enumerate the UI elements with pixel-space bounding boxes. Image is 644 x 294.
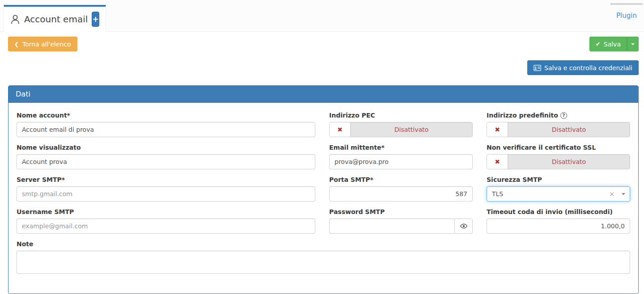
username-smtp-input[interactable] bbox=[17, 218, 315, 234]
server-smtp-label: Server SMTP* bbox=[17, 176, 315, 183]
sicurezza-smtp-select[interactable]: TLS × bbox=[487, 186, 630, 202]
save-button-label: Salva bbox=[604, 41, 621, 48]
ssl-verify-toggle[interactable]: ✖ Disattivato bbox=[487, 154, 630, 169]
nome-visualizzato-label: Nome visualizzato bbox=[17, 144, 315, 151]
show-password-button[interactable] bbox=[454, 218, 473, 234]
indirizzo-pec-label: Indirizzo PEC bbox=[329, 112, 473, 119]
password-smtp-input[interactable] bbox=[329, 218, 454, 234]
clear-selection-icon[interactable]: × bbox=[609, 190, 614, 197]
nome-account-input[interactable] bbox=[17, 122, 315, 137]
field-porta-smtp: Porta SMTP* bbox=[329, 176, 473, 202]
save-button[interactable]: ✔ Salva bbox=[589, 37, 627, 51]
add-account-button[interactable]: + bbox=[92, 12, 99, 27]
field-indirizzo-pec: Indirizzo PEC ✖ Disattivato bbox=[329, 112, 473, 137]
panel-header: Dati bbox=[8, 86, 638, 103]
porta-smtp-label: Porta SMTP* bbox=[329, 176, 473, 183]
dati-panel: Dati Nome account* Indirizzo PEC ✖ Disat… bbox=[8, 85, 639, 294]
server-smtp-input[interactable] bbox=[17, 186, 315, 202]
ssl-verify-label: Non verificare il certificato SSL bbox=[487, 144, 630, 151]
help-icon[interactable]: ? bbox=[560, 112, 567, 119]
back-to-list-button[interactable]: ❮ Torna all'elenco bbox=[8, 37, 77, 51]
plugin-link[interactable]: Plugin bbox=[616, 12, 637, 20]
field-ssl-verify: Non verificare il certificato SSL ✖ Disa… bbox=[487, 144, 630, 169]
indirizzo-predefinito-label: Indirizzo predefinito ? bbox=[487, 112, 630, 119]
caret-down-icon bbox=[631, 43, 635, 45]
sicurezza-smtp-value: TLS bbox=[492, 190, 609, 197]
tab-bar: Account email + Plugin bbox=[0, 0, 644, 32]
panel-body: Nome account* Indirizzo PEC ✖ Disattivat… bbox=[8, 103, 638, 294]
field-timeout: Timeout coda di invio (millisecondi) bbox=[487, 208, 630, 234]
check-icon: ✔ bbox=[596, 41, 601, 47]
username-smtp-label: Username SMTP bbox=[17, 208, 315, 215]
note-label: Note bbox=[17, 240, 630, 248]
indirizzo-pec-toggle[interactable]: ✖ Disattivato bbox=[329, 122, 473, 137]
tab-account-email[interactable]: Account email + bbox=[4, 5, 106, 32]
x-icon: ✖ bbox=[330, 122, 350, 137]
x-icon: ✖ bbox=[487, 122, 508, 137]
field-server-smtp: Server SMTP* bbox=[17, 176, 315, 202]
page-title: Account email bbox=[24, 14, 88, 25]
nome-account-label: Nome account* bbox=[17, 112, 315, 119]
chevron-left-icon: ❮ bbox=[14, 41, 19, 47]
indirizzo-predefinito-state: Disattivato bbox=[508, 122, 630, 137]
field-note: Note bbox=[17, 240, 630, 275]
panel-title: Dati bbox=[16, 90, 30, 98]
sicurezza-smtp-label: Sicurezza SMTP bbox=[487, 176, 630, 183]
back-button-label: Torna all'elenco bbox=[22, 41, 71, 48]
porta-smtp-input[interactable] bbox=[329, 186, 473, 202]
user-icon bbox=[10, 14, 20, 25]
save-dropdown-toggle[interactable] bbox=[627, 37, 639, 51]
x-icon: ✖ bbox=[487, 155, 508, 169]
field-password-smtp: Password SMTP bbox=[329, 208, 473, 234]
toolbar: ❮ Torna all'elenco ✔ Salva bbox=[8, 37, 639, 51]
save-check-label: Salva e controlla credenziali bbox=[544, 64, 632, 71]
field-sicurezza-smtp: Sicurezza SMTP TLS × bbox=[487, 176, 630, 202]
eye-icon bbox=[460, 223, 467, 229]
field-nome-account: Nome account* bbox=[17, 112, 315, 137]
timeout-label: Timeout coda di invio (millisecondi) bbox=[487, 208, 630, 215]
email-mittente-input[interactable] bbox=[329, 154, 473, 169]
indirizzo-predefinito-label-text: Indirizzo predefinito bbox=[487, 112, 558, 119]
field-email-mittente: Email mittente* bbox=[329, 144, 473, 169]
timeout-input[interactable] bbox=[487, 218, 630, 234]
password-smtp-label: Password SMTP bbox=[329, 208, 473, 215]
indirizzo-predefinito-toggle[interactable]: ✖ Disattivato bbox=[487, 122, 630, 137]
caret-down-icon bbox=[622, 193, 625, 195]
field-indirizzo-predefinito: Indirizzo predefinito ? ✖ Disattivato bbox=[487, 112, 630, 137]
id-card-icon bbox=[534, 65, 541, 71]
nome-visualizzato-input[interactable] bbox=[17, 154, 315, 169]
email-mittente-label: Email mittente* bbox=[329, 144, 473, 151]
save-split-button: ✔ Salva bbox=[589, 37, 639, 51]
note-textarea[interactable] bbox=[17, 251, 630, 274]
field-username-smtp: Username SMTP bbox=[17, 208, 315, 234]
indirizzo-pec-state: Disattivato bbox=[350, 122, 472, 137]
tab-plugin[interactable]: Plugin bbox=[610, 3, 643, 32]
field-nome-visualizzato: Nome visualizzato bbox=[17, 144, 315, 169]
ssl-verify-state: Disattivato bbox=[508, 155, 630, 169]
save-check-credentials-button[interactable]: Salva e controlla credenziali bbox=[527, 60, 639, 75]
secondary-toolbar: Salva e controlla credenziali bbox=[8, 60, 639, 75]
